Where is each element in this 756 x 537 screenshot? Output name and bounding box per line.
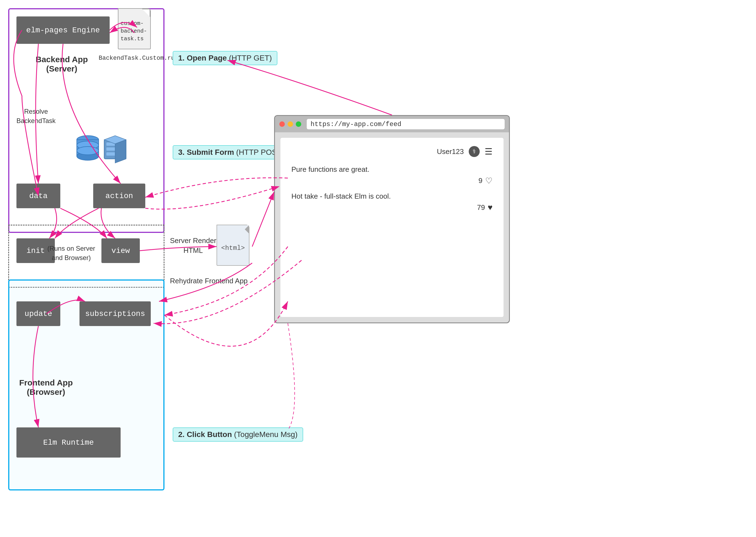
action-node: action <box>93 184 145 208</box>
user-avatar-icon: ⚕ <box>469 146 480 157</box>
subscriptions-node: subscriptions <box>79 301 151 326</box>
view-node: view <box>102 238 140 263</box>
feed-text-2: Hot take - full-stack Elm is cool. <box>291 192 493 201</box>
browser-url: https://my-app.com/feed <box>307 119 505 129</box>
data-node: data <box>17 184 60 208</box>
maximize-dot <box>296 121 301 127</box>
svg-marker-10 <box>115 140 126 163</box>
browser-window: https://my-app.com/feed User123 ⚕ ☰ Pure… <box>274 115 510 323</box>
feed-text-1: Pure functions are great. <box>291 165 493 174</box>
step1-label: 1. Open Page (HTTP GET) <box>173 51 277 65</box>
backend-task-label: BackendTask.Custom.run <box>99 55 178 62</box>
likes-1: 9 ♡ <box>291 176 493 186</box>
server-render-label: Server RenderHTML <box>170 236 216 256</box>
heart-outline-icon: ♡ <box>485 176 493 186</box>
browser-header: User123 ⚕ ☰ <box>291 146 493 157</box>
close-dot <box>279 121 285 127</box>
step3-label: 3. Submit Form (HTTP POST) <box>173 145 290 159</box>
browser-content: User123 ⚕ ☰ Pure functions are great. 9 … <box>281 138 504 317</box>
html-file-icon: <html> <box>217 225 252 268</box>
backend-app-label: Backend App(Server) <box>36 55 88 73</box>
likes-count-2: 79 <box>477 203 485 212</box>
frontend-app-label: Frontend App(Browser) <box>19 378 73 397</box>
engine-node: elm-pages Engine <box>17 17 110 44</box>
minimize-dot <box>288 121 293 127</box>
update-node: update <box>17 301 60 326</box>
elm-runtime-node: Elm Runtime <box>17 428 121 458</box>
hamburger-menu-icon: ☰ <box>485 146 493 157</box>
svg-point-4 <box>77 146 99 155</box>
browser-toolbar: https://my-app.com/feed <box>275 116 509 132</box>
diagram-container: elm-pages Engine custom-backend-task.ts … <box>0 0 756 537</box>
username-text: User123 <box>437 147 464 156</box>
feed-item-2: Hot take - full-stack Elm is cool. 79 ♥ <box>291 192 493 212</box>
step2-label: 2. Click Button (ToggleMenu Msg) <box>173 428 303 442</box>
runs-label: (Runs on Serverand Browser) <box>44 244 99 262</box>
custom-backend-task-file: custom-backend-task.ts <box>118 8 154 52</box>
resolve-backend-task-label: ResolveBackendTask <box>17 107 56 125</box>
rehydrate-label: Rehydrate Frontend App <box>170 277 247 285</box>
heart-filled-icon: ♥ <box>488 203 493 212</box>
db-server-icons <box>74 134 129 168</box>
file-label: custom-backend-task.ts <box>121 20 147 43</box>
likes-count-1: 9 <box>479 177 482 185</box>
feed-item-1: Pure functions are great. 9 ♡ <box>291 165 493 186</box>
likes-2: 79 ♥ <box>291 203 493 212</box>
